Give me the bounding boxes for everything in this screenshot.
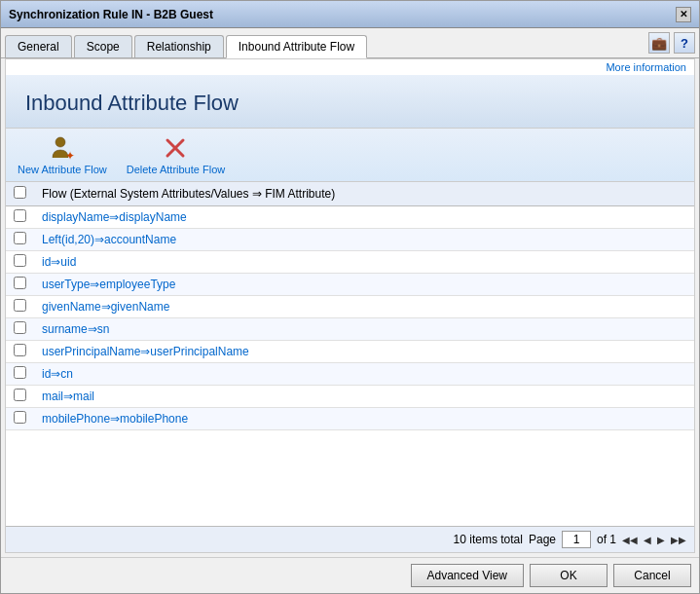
row-flow-link[interactable]: userPrincipalName⇒userPrincipalName [42, 345, 249, 358]
row-checkbox[interactable] [14, 277, 26, 289]
attribute-flow-table-container: Flow (External System Attributes/Values … [6, 182, 694, 526]
row-checkbox-cell [6, 206, 34, 229]
table-header-row: Flow (External System Attributes/Values … [6, 182, 694, 206]
page-header: Inbound Attribute Flow [6, 75, 694, 129]
row-checkbox-cell [6, 274, 34, 296]
row-flow-value: id⇒cn [34, 363, 694, 386]
tab-bar: General Scope Relationship Inbound Attri… [1, 28, 699, 58]
row-flow-link[interactable]: userType⇒employeeType [42, 278, 175, 291]
delete-attribute-flow-button[interactable]: Delete Attribute Flow [127, 134, 226, 175]
table-row: mail⇒mail [6, 386, 694, 408]
svg-text:✦: ✦ [65, 149, 75, 162]
new-attribute-flow-label: New Attribute Flow [18, 164, 107, 175]
help-icon: ? [681, 36, 688, 51]
nav-first-button[interactable]: ◀◀ [622, 535, 638, 545]
advanced-view-button[interactable]: Advanced View [411, 564, 525, 587]
total-pages: of 1 [597, 533, 616, 546]
row-flow-link[interactable]: displayName⇒displayName [42, 210, 187, 224]
pagination-bar: 10 items total Page of 1 ◀◀ ◀ ▶ ▶▶ [6, 526, 694, 552]
new-attribute-flow-icon: ✦ [49, 134, 76, 162]
briefcase-icon-button[interactable]: 💼 [648, 32, 670, 54]
row-checkbox[interactable] [14, 344, 26, 356]
row-checkbox-cell [6, 386, 34, 408]
table-row: id⇒cn [6, 363, 694, 386]
title-bar: Synchronization Rule IN - B2B Guest ✕ [1, 1, 699, 28]
row-checkbox[interactable] [14, 389, 26, 401]
row-checkbox[interactable] [14, 366, 26, 379]
table-row: displayName⇒displayName [6, 206, 694, 229]
new-attribute-flow-button[interactable]: ✦ New Attribute Flow [18, 134, 107, 175]
table-row: givenName⇒givenName [6, 296, 694, 318]
row-checkbox-cell [6, 341, 34, 363]
header-checkbox-cell [6, 182, 34, 206]
attribute-flow-table: Flow (External System Attributes/Values … [6, 182, 694, 430]
more-info-link[interactable]: More information [606, 61, 686, 73]
tab-icon-group: 💼 ? [648, 32, 695, 57]
table-row: surname⇒sn [6, 318, 694, 341]
tabs-container: General Scope Relationship Inbound Attri… [5, 35, 367, 57]
svg-point-0 [55, 137, 65, 147]
tab-inbound-attr-flow[interactable]: Inbound Attribute Flow [226, 35, 367, 58]
page-number-input[interactable] [562, 531, 591, 548]
items-total: 10 items total [454, 533, 523, 546]
row-flow-link[interactable]: Left(id,20)⇒accountName [42, 233, 176, 246]
row-checkbox[interactable] [14, 254, 26, 267]
row-checkbox[interactable] [14, 209, 26, 222]
ok-button[interactable]: OK [530, 564, 608, 587]
tab-relationship[interactable]: Relationship [134, 35, 224, 57]
nav-next-button[interactable]: ▶ [657, 535, 665, 545]
table-row: userPrincipalName⇒userPrincipalName [6, 341, 694, 363]
table-row: mobilePhone⇒mobilePhone [6, 408, 694, 430]
row-flow-value: mobilePhone⇒mobilePhone [34, 408, 694, 430]
cancel-button[interactable]: Cancel [613, 564, 691, 587]
row-flow-value: Left(id,20)⇒accountName [34, 229, 694, 251]
delete-attribute-flow-icon [162, 134, 189, 162]
row-flow-value: mail⇒mail [34, 386, 694, 408]
nav-last-button[interactable]: ▶▶ [671, 535, 686, 545]
row-flow-value: userType⇒employeeType [34, 274, 694, 296]
table-row: Left(id,20)⇒accountName [6, 229, 694, 251]
row-checkbox-cell [6, 251, 34, 274]
row-flow-link[interactable]: givenName⇒givenName [42, 300, 169, 314]
row-checkbox[interactable] [14, 299, 26, 312]
row-flow-value: userPrincipalName⇒userPrincipalName [34, 341, 694, 363]
nav-prev-button[interactable]: ◀ [644, 535, 651, 545]
window-title: Synchronization Rule IN - B2B Guest [9, 8, 213, 21]
row-checkbox[interactable] [14, 232, 26, 244]
row-flow-value: displayName⇒displayName [34, 206, 694, 229]
row-checkbox[interactable] [14, 411, 26, 424]
table-row: id⇒uid [6, 251, 694, 274]
row-checkbox-cell [6, 408, 34, 430]
page-label: Page [529, 533, 556, 546]
row-flow-link[interactable]: id⇒cn [42, 367, 73, 381]
row-checkbox[interactable] [14, 321, 26, 334]
row-flow-link[interactable]: mobilePhone⇒mobilePhone [42, 412, 188, 426]
row-flow-link[interactable]: surname⇒sn [42, 322, 109, 336]
footer: Advanced View OK Cancel [1, 557, 699, 593]
row-flow-link[interactable]: mail⇒mail [42, 390, 94, 403]
main-window: Synchronization Rule IN - B2B Guest ✕ Ge… [0, 0, 700, 594]
row-checkbox-cell [6, 296, 34, 318]
column-header-flow: Flow (External System Attributes/Values … [34, 182, 694, 206]
tab-general[interactable]: General [5, 35, 72, 57]
row-checkbox-cell [6, 318, 34, 341]
row-checkbox-cell [6, 229, 34, 251]
content-area: More information Inbound Attribute Flow … [5, 58, 695, 553]
more-info-bar: More information [6, 59, 694, 75]
row-flow-value: givenName⇒givenName [34, 296, 694, 318]
row-flow-value: surname⇒sn [34, 318, 694, 341]
row-flow-link[interactable]: id⇒uid [42, 255, 76, 269]
close-button[interactable]: ✕ [676, 7, 691, 22]
row-flow-value: id⇒uid [34, 251, 694, 274]
tab-scope[interactable]: Scope [74, 35, 132, 57]
toolbar: ✦ New Attribute Flow Delete Attribute Fl… [6, 129, 694, 182]
page-title: Inbound Attribute Flow [25, 91, 675, 116]
table-row: userType⇒employeeType [6, 274, 694, 296]
select-all-checkbox[interactable] [14, 186, 26, 199]
row-checkbox-cell [6, 363, 34, 386]
delete-attribute-flow-label: Delete Attribute Flow [127, 164, 226, 175]
briefcase-icon: 💼 [651, 36, 667, 51]
help-icon-button[interactable]: ? [674, 32, 695, 54]
